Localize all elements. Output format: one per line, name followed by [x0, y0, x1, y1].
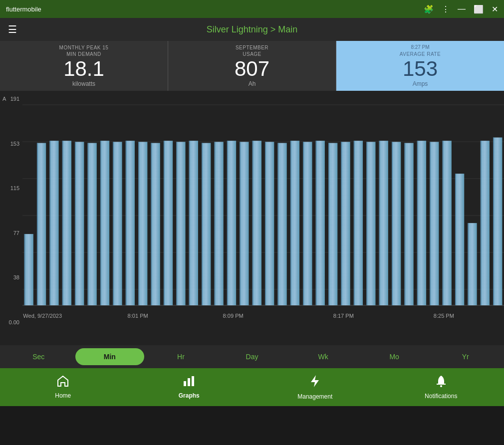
svg-rect-53	[316, 141, 325, 305]
nav-home-label: Home	[55, 392, 71, 399]
svg-rect-79	[481, 141, 490, 305]
tab-hr[interactable]: Hr	[146, 348, 216, 365]
svg-rect-67	[404, 143, 413, 305]
nav-management-label: Management	[297, 393, 332, 400]
svg-rect-26	[138, 142, 139, 305]
svg-rect-23	[126, 141, 135, 305]
tab-sec[interactable]: Sec	[4, 348, 73, 365]
svg-rect-90	[192, 376, 194, 386]
menu-dots-icon[interactable]: ⋮	[442, 4, 450, 14]
nav-notifications[interactable]: Notifications	[378, 368, 504, 406]
svg-rect-27	[151, 143, 160, 305]
svg-rect-32	[176, 142, 177, 305]
svg-rect-78	[468, 223, 469, 305]
svg-rect-8	[24, 234, 25, 305]
svg-rect-18	[88, 143, 89, 305]
app-name: fluttermobile	[6, 5, 41, 13]
svg-rect-29	[164, 141, 173, 305]
stat-monthly-peak-value: 18.1	[63, 57, 104, 80]
nav-graphs[interactable]: Graphs	[126, 368, 252, 406]
minimize-icon[interactable]: —	[458, 4, 466, 13]
svg-rect-77	[468, 223, 477, 305]
svg-rect-47	[277, 143, 286, 305]
svg-rect-61	[366, 142, 375, 305]
title-bar-controls: 🧩 ⋮ — ⬜ ✕	[424, 4, 498, 14]
svg-rect-19	[100, 141, 109, 305]
restore-icon[interactable]: ⬜	[474, 4, 484, 14]
tab-wk[interactable]: Wk	[288, 348, 358, 365]
y-label-115: 115	[0, 185, 22, 191]
svg-rect-63	[379, 141, 388, 305]
hamburger-menu-icon[interactable]: ☰	[8, 23, 17, 35]
svg-text:8:17 PM: 8:17 PM	[333, 313, 354, 319]
svg-rect-16	[75, 142, 76, 305]
svg-rect-15	[75, 142, 84, 305]
stat-september-usage-value: 807	[235, 57, 269, 80]
tab-min[interactable]: Min	[75, 348, 145, 365]
svg-rect-33	[189, 141, 198, 305]
svg-rect-37	[214, 142, 223, 305]
title-bar-left: fluttermobile	[6, 5, 41, 13]
svg-rect-36	[202, 143, 203, 305]
svg-rect-73	[443, 141, 452, 305]
svg-rect-14	[62, 141, 63, 305]
y-label-191: 191	[0, 96, 22, 102]
stat-september-usage: SEPTEMBERUSAGE 807 Ah	[168, 41, 336, 91]
svg-rect-31	[176, 142, 185, 305]
svg-rect-82	[493, 138, 494, 305]
stat-average-rate-time: 8:27 PM	[411, 44, 429, 50]
svg-rect-69	[417, 141, 426, 305]
stat-september-usage-label: SEPTEMBERUSAGE	[236, 44, 268, 57]
svg-rect-22	[113, 142, 114, 305]
time-tabs: Sec Min Hr Day Wk Mo Yr	[0, 345, 504, 368]
svg-rect-65	[392, 142, 401, 305]
tab-day[interactable]: Day	[218, 348, 287, 365]
chart-svg: Wed, 9/27/2023 8:01 PM 8:09 PM 8:17 PM 8…	[22, 96, 504, 325]
svg-rect-59	[354, 141, 363, 305]
svg-rect-10	[37, 143, 38, 305]
svg-rect-20	[100, 141, 101, 305]
svg-point-91	[440, 385, 442, 387]
svg-rect-39	[227, 141, 236, 305]
puzzle-icon[interactable]: 🧩	[424, 4, 434, 14]
svg-rect-46	[265, 142, 266, 305]
stat-average-rate-unit: Amps	[413, 80, 428, 87]
y-label-38: 38	[0, 274, 22, 280]
svg-rect-7	[24, 234, 33, 305]
header: ☰ Silver Lightning > Main	[0, 18, 504, 41]
svg-rect-13	[62, 141, 71, 305]
page-title: Silver Lightning > Main	[207, 24, 298, 35]
nav-home[interactable]: Home	[0, 368, 126, 406]
home-icon	[56, 375, 69, 390]
stats-row: MONTHLY PEAK 15MIN DEMAND 18.1 kilowatts…	[0, 41, 504, 91]
stat-september-usage-unit: Ah	[249, 80, 256, 87]
svg-rect-58	[341, 142, 342, 305]
svg-rect-49	[290, 141, 299, 305]
svg-rect-51	[303, 142, 312, 305]
svg-text:Wed, 9/27/2023: Wed, 9/27/2023	[23, 313, 62, 319]
tab-mo[interactable]: Mo	[360, 348, 429, 365]
bell-icon	[435, 375, 447, 391]
tab-yr[interactable]: Yr	[431, 348, 500, 365]
nav-management[interactable]: Management	[252, 368, 378, 406]
svg-rect-25	[138, 142, 147, 305]
chart-area: A 191 153 115 77 38 0.00 Wed, 9/27	[0, 91, 504, 345]
nav-notifications-label: Notifications	[425, 393, 457, 400]
close-icon[interactable]: ✕	[492, 4, 498, 14]
svg-rect-30	[164, 141, 165, 305]
lightning-icon	[309, 374, 320, 391]
svg-rect-52	[303, 142, 304, 305]
svg-rect-72	[430, 142, 431, 305]
graphs-icon	[183, 375, 196, 390]
svg-text:8:09 PM: 8:09 PM	[223, 313, 244, 319]
svg-rect-17	[88, 143, 97, 305]
svg-rect-89	[188, 378, 190, 386]
bottom-nav: Home Graphs Management Notifications	[0, 368, 504, 406]
stat-average-rate: 8:27 PM AVERAGE RATE 153 Amps	[336, 41, 504, 91]
svg-rect-42	[240, 142, 241, 305]
svg-rect-70	[417, 141, 418, 305]
svg-rect-62	[366, 142, 367, 305]
stat-monthly-peak-unit: kilowatts	[72, 80, 95, 87]
svg-rect-38	[214, 142, 215, 305]
svg-rect-75	[455, 174, 464, 305]
